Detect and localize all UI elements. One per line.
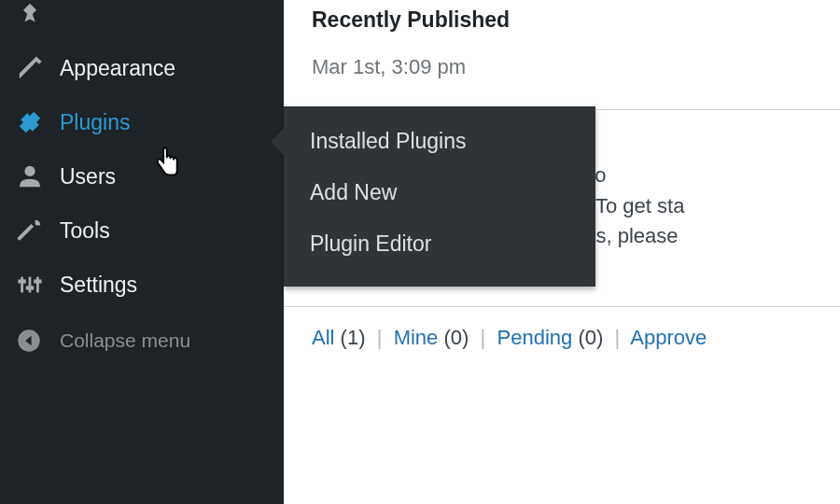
comment-filters: All (1) | Mine (0) | Pending (0) | Appro… — [284, 306, 840, 350]
filter-sep: | — [609, 326, 630, 349]
cursor-pointer-icon — [154, 147, 182, 182]
sidebar-item-label: Settings — [60, 273, 137, 298]
svg-rect-6 — [34, 279, 41, 283]
svg-rect-1 — [21, 277, 23, 293]
flyout-item-add-new[interactable]: Add New — [284, 167, 595, 218]
plugins-flyout: Installed Plugins Add New Plugin Editor — [284, 106, 595, 287]
filter-approved[interactable]: Approve — [630, 326, 707, 349]
users-icon — [17, 162, 49, 190]
svg-point-0 — [24, 166, 35, 176]
widget-title: Recently Published — [312, 0, 812, 38]
filter-all[interactable]: All — [312, 326, 334, 349]
sidebar-collapse[interactable]: Collapse menu — [0, 312, 284, 368]
filter-mine[interactable]: Mine — [394, 326, 439, 349]
admin-sidebar: Appearance Plugins Users Tools Settings … — [0, 0, 284, 504]
flyout-item-plugin-editor[interactable]: Plugin Editor — [284, 218, 595, 270]
filter-pending[interactable]: Pending — [497, 326, 573, 349]
flyout-item-installed-plugins[interactable]: Installed Plugins — [284, 116, 595, 167]
sidebar-item-settings[interactable]: Settings — [0, 258, 284, 312]
svg-rect-4 — [18, 279, 25, 283]
svg-rect-2 — [29, 277, 32, 293]
filter-sep: | — [474, 326, 497, 349]
filter-all-count: (1) — [341, 326, 366, 349]
comment-author-suffix: o — [595, 163, 606, 187]
sidebar-item-plugins[interactable]: Plugins — [0, 95, 284, 149]
sidebar-item-users[interactable]: Users — [0, 149, 284, 203]
sidebar-collapse-label: Collapse menu — [60, 329, 190, 352]
widget-date: Mar 1st, 3:09 pm — [312, 38, 812, 79]
appearance-icon — [17, 54, 49, 82]
svg-rect-5 — [26, 286, 34, 289]
sidebar-item-appearance[interactable]: Appearance — [0, 41, 284, 95]
filter-pending-count: (0) — [578, 326, 603, 349]
collapse-icon — [17, 327, 49, 355]
plugins-icon — [17, 108, 49, 136]
recently-published-widget: Recently Published Mar 1st, 3:09 pm — [284, 0, 840, 110]
sidebar-item-partial[interactable] — [0, 0, 284, 41]
sidebar-item-label: Tools — [60, 218, 110, 244]
svg-rect-3 — [36, 277, 39, 293]
settings-icon — [17, 271, 49, 299]
sidebar-item-label: Appearance — [60, 56, 175, 81]
sidebar-item-label: Plugins — [60, 110, 130, 135]
sidebar-item-tools[interactable]: Tools — [0, 203, 284, 258]
filter-sep: | — [371, 326, 394, 349]
tools-icon — [17, 217, 49, 245]
pin-icon — [17, 0, 49, 28]
filter-mine-count: (0) — [443, 326, 469, 349]
sidebar-item-label: Users — [60, 164, 116, 189]
